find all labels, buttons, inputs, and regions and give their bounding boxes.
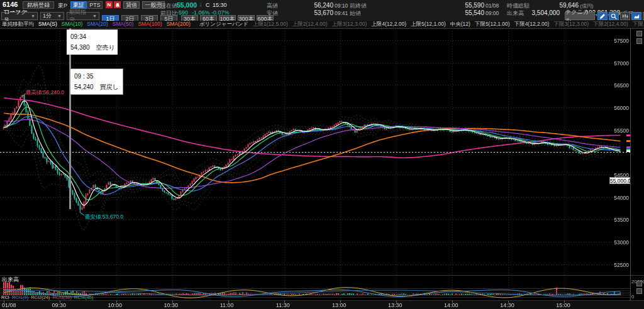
sma-legend-item: SMA(10) bbox=[62, 21, 83, 27]
chevron-down-icon: ▼ bbox=[57, 14, 62, 18]
down-arrow-icon: ↓ bbox=[199, 1, 203, 8]
time-axis[interactable]: 01/0809:3010:0010:3011:0011:3013:0013:30… bbox=[0, 300, 644, 309]
volume-stat-value: 3,504,000 bbox=[521, 9, 560, 16]
bollinger-legend-item: 中央(12) bbox=[450, 21, 470, 27]
sma-legend-item: SMA(S) bbox=[38, 21, 57, 27]
bollinger-legend-item: 上限2(12,4.00) bbox=[292, 21, 328, 27]
indicator-legend: 単純移動平均SMA(S)SMA(10)SMA(20)SMA(50)SMA(100… bbox=[0, 21, 644, 28]
chart-area: 55,000.0 09:34 54,380 空売り 09 : 35 54,240… bbox=[0, 28, 644, 300]
sma-legend-item: SMA(200) bbox=[167, 21, 191, 27]
day-low-time: 09:41 bbox=[335, 10, 348, 16]
prev-close-date: 01/08 bbox=[486, 3, 499, 9]
day-high-time: 09:10 bbox=[335, 3, 348, 9]
day-low-value: 53,670 bbox=[296, 9, 333, 16]
trading-app-window: { "header": { "stock": { "code": "6146",… bbox=[0, 0, 644, 309]
interval-select[interactable]: 1分 ▼ bbox=[40, 12, 64, 20]
time-axis-label: 14:30 bbox=[500, 302, 514, 308]
alert-bell-icon[interactable] bbox=[114, 1, 121, 8]
bollinger-legend-item: 下限3(12,3.00) bbox=[553, 21, 589, 27]
time-axis-label: 11:30 bbox=[276, 302, 290, 308]
news-icon[interactable]: N bbox=[106, 1, 113, 8]
area-chart-icon[interactable] bbox=[631, 12, 641, 20]
prev-close-value: 55,590 bbox=[447, 2, 484, 9]
open-value: 55,540 bbox=[447, 9, 484, 16]
chevron-down-icon: ▼ bbox=[31, 14, 35, 18]
price-chart-canvas[interactable] bbox=[0, 28, 644, 300]
time-axis-label: 10:00 bbox=[108, 302, 123, 308]
draw-pencil-icon[interactable] bbox=[597, 12, 608, 20]
header: 6146 銘柄登録 東P 東証 PTS N 貸借 一般売 ディスコ 現在値 55… bbox=[0, 0, 644, 21]
bollinger-legend-title: ボリンジャーバンド bbox=[199, 21, 248, 27]
time-axis-label: 13:30 bbox=[388, 302, 402, 308]
bollinger-legend-item: 下限1(12,5.00) bbox=[633, 21, 644, 27]
bollinger-legend-item: 上限3(12,3.00) bbox=[332, 21, 367, 27]
chart-type-select[interactable]: ローソク足 ▼ bbox=[1, 12, 38, 20]
interval-value: 1分 bbox=[43, 12, 52, 20]
time-axis-label: 11:00 bbox=[220, 302, 234, 308]
time-axis-label: 13:00 bbox=[332, 302, 347, 308]
bollinger-legend-item: 下限2(12,4.00) bbox=[593, 21, 628, 27]
credit-button[interactable]: 貸借 bbox=[123, 1, 140, 9]
market-segment-tag: 東P bbox=[58, 2, 67, 10]
stock-code: 6146 bbox=[3, 1, 18, 8]
bollinger-legend-item: 上限4(12,2.00) bbox=[371, 21, 406, 27]
sma-legend-title: 単純移動平均 bbox=[2, 21, 34, 27]
open-label: 始値 bbox=[350, 9, 361, 18]
chevron-down-icon: ▼ bbox=[92, 14, 97, 18]
bollinger-legend-item: 下限4(12,2.00) bbox=[514, 21, 550, 27]
period-select[interactable]: 期間指定 ▼ bbox=[67, 12, 99, 20]
bollinger-legend-items: 上限1(12,5.00)上限2(12,4.00)上限3(12,3.00)上限4(… bbox=[253, 21, 644, 27]
bollinger-legend-item: 上限1(12,5.00) bbox=[253, 21, 288, 27]
bell-icon bbox=[115, 3, 120, 8]
time-axis-label: 01/08 bbox=[2, 302, 16, 308]
sma-legend-item: SMA(20) bbox=[87, 21, 108, 27]
technical-button[interactable]: テクニカル bbox=[565, 12, 595, 20]
time-axis-label: 09:30 bbox=[52, 302, 66, 308]
sma-legend-items: SMA(S)SMA(10)SMA(20)SMA(50)SMA(100)SMA(2… bbox=[38, 21, 195, 27]
sma-legend-item: SMA(100) bbox=[138, 21, 162, 27]
candlestick-chart-icon[interactable] bbox=[620, 12, 630, 20]
day-high-value: 56,240 bbox=[296, 2, 333, 9]
bollinger-legend-item: 上限5(12,1.00) bbox=[411, 21, 446, 27]
current-price-time: 15:30 bbox=[213, 2, 227, 8]
session-flag: C bbox=[206, 2, 210, 8]
current-price-value: 55,000 bbox=[177, 1, 197, 9]
time-axis-label: 14:00 bbox=[444, 302, 458, 308]
zoom-magnifier-icon[interactable] bbox=[609, 12, 619, 20]
open-time: 09:00 bbox=[486, 10, 499, 16]
time-axis-label: 15:00 bbox=[556, 302, 570, 308]
time-axis-label: 10:30 bbox=[164, 302, 179, 308]
bollinger-legend-item: 下限5(12,1.00) bbox=[475, 21, 510, 27]
sma-legend-item: SMA(50) bbox=[113, 21, 134, 27]
